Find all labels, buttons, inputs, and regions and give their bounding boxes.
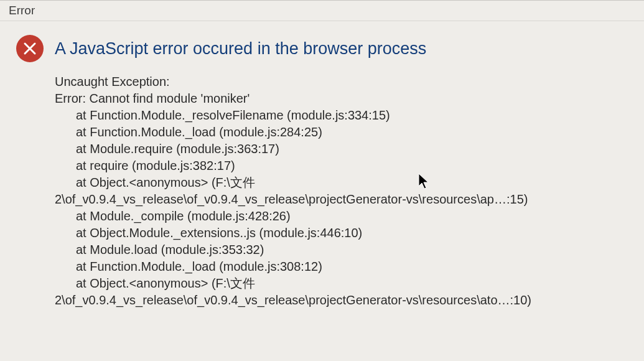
- stacktrace-line: 2\of_v0.9.4_vs_release\of_v0.9.4_vs_rele…: [55, 191, 632, 208]
- stacktrace-line: at Function.Module._load (module.js:308:…: [55, 258, 632, 275]
- error-body: Uncaught Exception:Error: Cannot find mo…: [16, 73, 632, 309]
- stacktrace-line: at Module.require (module.js:363:17): [55, 141, 632, 157]
- stacktrace-line: at Object.Module._extensions..js (module…: [55, 225, 632, 241]
- error-heading: A JavaScript error occured in the browse…: [55, 39, 426, 59]
- stacktrace-line: at Object.<anonymous> (F:\文件: [55, 275, 632, 292]
- error-icon: [16, 35, 44, 62]
- stacktrace-line: at Function.Module._load (module.js:284:…: [55, 124, 632, 141]
- stacktrace-line: Error: Cannot find module 'moniker': [55, 90, 632, 107]
- header-row: A JavaScript error occured in the browse…: [16, 35, 632, 62]
- window-title: Error: [9, 4, 35, 17]
- stacktrace-line: at Module._compile (module.js:428:26): [55, 208, 632, 225]
- stacktrace-line: Uncaught Exception:: [55, 73, 632, 90]
- stacktrace-line: at require (module.js:382:17): [55, 157, 632, 174]
- titlebar: Error: [0, 1, 644, 21]
- stacktrace-line: at Function.Module._resolveFilename (mod…: [55, 107, 632, 124]
- stacktrace-line: 2\of_v0.9.4_vs_release\of_v0.9.4_vs_rele…: [55, 292, 632, 309]
- stacktrace-line: at Module.load (module.js:353:32): [55, 241, 632, 258]
- dialog-content: A JavaScript error occured in the browse…: [0, 21, 644, 309]
- error-dialog-window: Error A JavaScript error occured in the …: [0, 0, 644, 361]
- stacktrace-line: at Object.<anonymous> (F:\文件: [55, 174, 632, 191]
